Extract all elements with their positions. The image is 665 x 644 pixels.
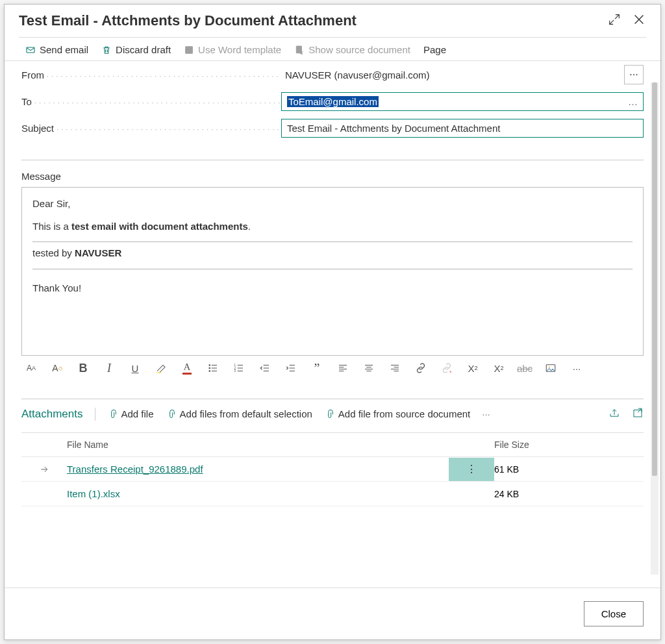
send-email-button[interactable]: Send email — [25, 44, 88, 55]
font-size-decrease-icon[interactable]: AA — [25, 362, 37, 374]
insert-image-button[interactable] — [545, 362, 557, 374]
bold-button[interactable]: B — [77, 362, 89, 374]
rich-text-toolbar: AA A◇ B I U A 123 ” — [5, 356, 660, 379]
expand-icon[interactable] — [607, 12, 621, 29]
dialog-header: Test Email - Attchments by Document Atta… — [5, 5, 660, 32]
svg-point-11 — [549, 366, 550, 367]
italic-button[interactable]: I — [103, 362, 115, 374]
dialog-footer: Close — [5, 588, 660, 639]
discard-draft-button[interactable]: Discard draft — [101, 44, 171, 55]
add-file-button[interactable]: Add file — [107, 408, 154, 419]
popout-icon[interactable] — [632, 407, 644, 421]
file-size: 61 KB — [494, 458, 644, 481]
font-size-increase-icon[interactable]: A◇ — [51, 362, 63, 374]
highlight-button[interactable] — [155, 362, 167, 374]
add-files-default-button[interactable]: Add files from default selection — [166, 408, 312, 419]
table-row[interactable]: Item (1).xlsx24 KB — [21, 482, 644, 506]
attachments-toolbar: Attachments Add file Add files from defa… — [21, 407, 644, 421]
subject-label: Subject — [21, 123, 54, 134]
close-button[interactable]: Close — [584, 601, 644, 626]
close-icon[interactable] — [632, 12, 646, 29]
svg-point-4 — [209, 365, 210, 366]
share-icon[interactable] — [609, 407, 620, 421]
discard-draft-label: Discard draft — [116, 44, 171, 55]
subscript-button[interactable]: X2 — [493, 362, 505, 374]
message-tested-line: tested by NAVUSER — [32, 246, 633, 261]
bullet-list-button[interactable] — [207, 362, 219, 374]
svg-point-5 — [209, 367, 210, 369]
col-file-size[interactable]: File Size — [494, 433, 644, 456]
subject-row: Subject Test Email - Attchments by Docum… — [5, 115, 660, 142]
attachments-header-row: File Name File Size — [21, 433, 644, 457]
to-value: ToEmail@gmail.com — [287, 96, 379, 107]
from-label: From — [21, 69, 44, 80]
add-file-source-button[interactable]: Add file from source document — [324, 408, 470, 419]
email-compose-dialog: Test Email - Attchments by Document Atta… — [4, 4, 661, 640]
align-center-button[interactable] — [363, 362, 375, 374]
file-size: 24 KB — [494, 482, 644, 506]
to-label: To — [21, 96, 32, 107]
message-closing: Thank You! — [32, 281, 633, 296]
row-menu-icon[interactable]: ⋮ — [466, 464, 477, 475]
underline-button[interactable]: U — [129, 362, 141, 374]
attachments-more-button[interactable]: ··· — [482, 408, 490, 419]
message-body-line: This is a test email with document attac… — [32, 219, 633, 234]
message-label: Message — [5, 171, 660, 187]
from-value: NAVUSER (navuser@gmail.com) — [281, 67, 434, 83]
scrollbar-thumb[interactable] — [652, 82, 657, 476]
scrollbar[interactable] — [651, 82, 659, 575]
attachments-table: File Name File Size Transfers Receipt_92… — [21, 432, 644, 506]
align-right-button[interactable] — [389, 362, 401, 374]
outdent-button[interactable] — [259, 362, 271, 374]
send-email-label: Send email — [40, 44, 88, 55]
svg-rect-12 — [634, 410, 642, 417]
use-word-template-label: Use Word template — [198, 44, 281, 55]
action-toolbar: Send email Discard draft Use Word templa… — [5, 38, 660, 61]
indent-button[interactable] — [285, 362, 297, 374]
svg-rect-3 — [157, 372, 162, 373]
message-editor[interactable]: Dear Sir, This is a test email with docu… — [21, 187, 644, 356]
attachments-section: Attachments Add file Add files from defa… — [21, 399, 644, 506]
attachments-title: Attachments — [21, 408, 83, 421]
file-link[interactable]: Transfers Receipt_9261889.pdf — [67, 464, 203, 475]
col-file-name[interactable]: File Name — [67, 433, 449, 456]
svg-rect-2 — [297, 46, 302, 53]
show-source-document-button: Show source document — [294, 44, 410, 55]
strikethrough-button[interactable]: abc — [519, 362, 531, 374]
to-lookup-icon[interactable]: … — [628, 96, 638, 107]
page-label: Page — [423, 44, 446, 55]
unlink-button — [441, 362, 453, 374]
superscript-button[interactable]: X2 — [467, 362, 479, 374]
subject-input[interactable]: Test Email - Attchments by Document Atta… — [281, 119, 644, 138]
link-button[interactable] — [415, 362, 427, 374]
numbered-list-button[interactable]: 123 — [233, 362, 245, 374]
to-input[interactable]: ToEmail@gmail.com … — [281, 92, 644, 111]
align-left-button[interactable] — [337, 362, 349, 374]
page-menu[interactable]: Page — [423, 44, 446, 55]
message-greeting: Dear Sir, — [32, 197, 633, 212]
font-color-button[interactable]: A — [181, 362, 193, 374]
dialog-body: From NAVUSER (navuser@gmail.com) ··· To … — [5, 61, 660, 588]
svg-point-6 — [209, 371, 210, 372]
file-name[interactable]: Item (1).xlsx — [67, 488, 120, 499]
from-options-button[interactable]: ··· — [624, 65, 644, 84]
svg-rect-0 — [27, 47, 34, 53]
to-row: To ToEmail@gmail.com … — [5, 88, 660, 115]
dialog-title: Test Email - Attchments by Document Atta… — [19, 12, 357, 29]
subject-value: Test Email - Attchments by Document Atta… — [287, 123, 500, 134]
more-formatting-button[interactable]: ··· — [571, 362, 583, 374]
use-word-template-button: Use Word template — [184, 44, 281, 55]
fields-separator — [21, 160, 644, 160]
svg-text:3: 3 — [234, 369, 236, 373]
table-row[interactable]: Transfers Receipt_9261889.pdf⋮61 KB — [21, 457, 644, 482]
quote-button[interactable]: ” — [311, 362, 323, 374]
from-row: From NAVUSER (navuser@gmail.com) ··· — [5, 61, 660, 88]
show-source-document-label: Show source document — [308, 44, 410, 55]
